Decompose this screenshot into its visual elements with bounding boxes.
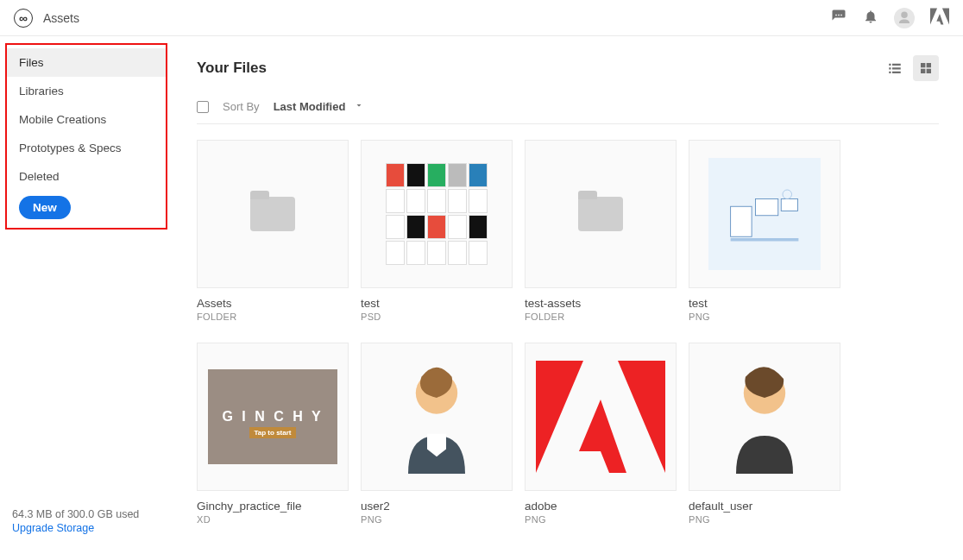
- comments-icon[interactable]: [830, 9, 847, 28]
- svg-rect-0: [731, 206, 752, 236]
- file-type: FOLDER: [525, 311, 677, 322]
- illustration-thumbnail: [689, 140, 840, 288]
- file-name: default_user: [689, 500, 840, 513]
- xd-thumbnail: G I N C H YTap to start: [197, 343, 349, 491]
- sidebar-item-mobile-creations[interactable]: Mobile Creations: [7, 105, 166, 134]
- svg-rect-1: [756, 199, 778, 216]
- sort-value-text: Last Modified: [274, 100, 346, 113]
- new-button[interactable]: New: [19, 196, 71, 219]
- folder-thumbnail: [197, 140, 349, 288]
- user-thumbnail: [689, 343, 840, 491]
- file-name: adobe: [525, 500, 677, 513]
- sidebar-item-prototypes-specs[interactable]: Prototypes & Specs: [7, 134, 166, 162]
- files-grid: Assets FOLDER test PSD test-assets: [197, 124, 939, 560]
- file-name: Assets: [197, 297, 349, 310]
- sort-by-label: Sort By: [223, 100, 260, 113]
- file-card[interactable]: test PNG: [689, 140, 840, 322]
- adobe-logo-icon[interactable]: [930, 8, 949, 28]
- file-card[interactable]: test PSD: [361, 140, 513, 322]
- svg-rect-2: [781, 199, 797, 211]
- file-name: Ginchy_practice_file: [197, 500, 349, 513]
- file-type: PNG: [689, 514, 840, 525]
- file-card[interactable]: default_user PNG: [689, 343, 840, 525]
- svg-point-4: [783, 190, 792, 199]
- grid-view-button[interactable]: [913, 55, 939, 81]
- folder-thumbnail: [525, 140, 677, 288]
- file-type: PNG: [525, 514, 677, 525]
- file-card[interactable]: G I N C H YTap to start Ginchy_practice_…: [197, 343, 349, 525]
- select-all-checkbox[interactable]: [197, 101, 209, 113]
- sort-by-dropdown[interactable]: Last Modified: [274, 100, 365, 113]
- upgrade-storage-link[interactable]: Upgrade Storage: [12, 522, 160, 534]
- file-type: PSD: [361, 311, 513, 322]
- page-title: Your Files: [197, 60, 267, 77]
- top-bar: ∞ Assets: [0, 0, 963, 36]
- storage-usage-text: 64.3 MB of 300.0 GB used: [12, 508, 160, 520]
- sidebar-item-label: Deleted: [19, 170, 60, 183]
- sidebar-item-label: Prototypes & Specs: [19, 142, 122, 154]
- sidebar-item-files[interactable]: Files: [7, 48, 166, 77]
- file-name: test: [361, 297, 513, 310]
- file-name: test-assets: [525, 297, 677, 310]
- user-avatar[interactable]: [894, 8, 915, 28]
- file-type: XD: [197, 514, 349, 525]
- sidebar-item-libraries[interactable]: Libraries: [7, 77, 166, 105]
- svg-rect-3: [731, 238, 799, 242]
- app-title: Assets: [43, 11, 79, 25]
- user-thumbnail: [361, 343, 513, 491]
- file-name: user2: [361, 500, 513, 513]
- file-type: FOLDER: [197, 311, 349, 322]
- sidebar-item-label: Mobile Creations: [19, 113, 106, 126]
- file-card[interactable]: user2 PNG: [361, 343, 513, 525]
- file-name: test: [689, 297, 840, 310]
- sidebar-nav-highlight: Files Libraries Mobile Creations Prototy…: [5, 43, 167, 230]
- file-card[interactable]: adobe PNG: [525, 343, 677, 525]
- file-type: PNG: [361, 514, 513, 525]
- brand: ∞ Assets: [14, 9, 79, 28]
- topbar-actions: [830, 8, 949, 28]
- sidebar-item-label: Libraries: [19, 85, 64, 98]
- main-content: Your Files Sort By Last Modified Assets …: [173, 36, 963, 560]
- file-card[interactable]: test-assets FOLDER: [525, 140, 677, 322]
- file-card[interactable]: Assets FOLDER: [197, 140, 349, 322]
- notification-bell-icon[interactable]: [863, 8, 878, 28]
- psd-thumbnail: [361, 140, 513, 288]
- list-view-button[interactable]: [882, 55, 908, 81]
- adobe-logo-thumbnail: [525, 343, 677, 491]
- sidebar-item-label: Files: [19, 56, 44, 69]
- sidebar-item-deleted[interactable]: Deleted: [7, 162, 166, 191]
- sidebar: Files Libraries Mobile Creations Prototy…: [0, 36, 173, 560]
- file-type: PNG: [689, 311, 840, 322]
- creative-cloud-icon: ∞: [14, 9, 33, 28]
- chevron-down-icon: [354, 100, 364, 113]
